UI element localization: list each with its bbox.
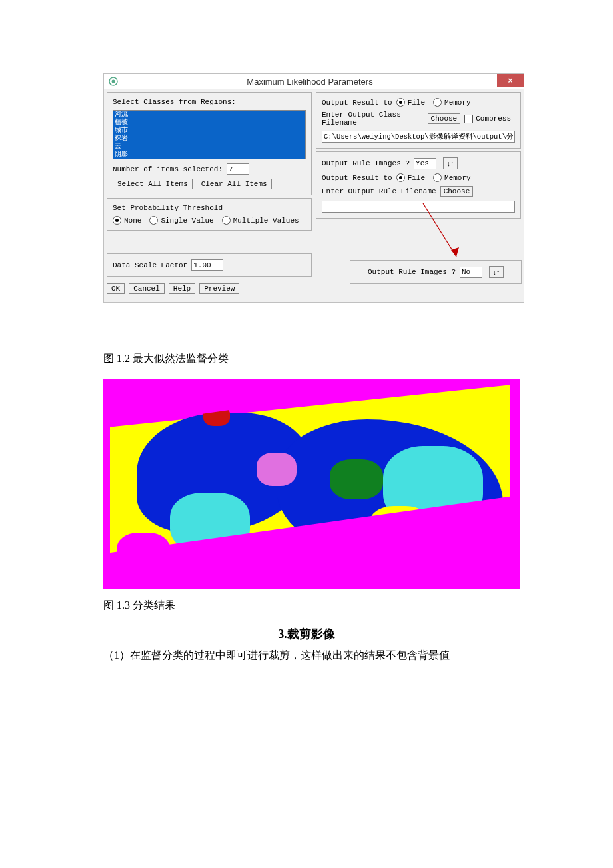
radio-label: File <box>408 174 425 182</box>
app-icon <box>108 76 119 87</box>
svg-point-1 <box>112 80 115 83</box>
radio-label: Memory <box>444 99 471 107</box>
output-rule-panel: Output Rule Images ? ↓↑ Output Result to… <box>316 151 521 219</box>
enter-class-filename-label: Enter Output Class Filename <box>322 111 424 127</box>
output-rule-result-to-label: Output Result to <box>322 174 392 182</box>
output-class-panel: Output Result to File Memory Enter <box>316 92 521 149</box>
list-item[interactable]: 河流 <box>113 111 305 119</box>
output-file-radio[interactable]: File <box>396 98 425 107</box>
choose-rule-file-button[interactable]: Choose <box>440 186 474 197</box>
list-item[interactable]: 阴影 <box>113 151 305 159</box>
num-selected-label: Number of items selected: <box>113 165 223 173</box>
radio-icon <box>113 216 121 225</box>
radio-label: File <box>408 99 425 107</box>
figure-1-2-caption: 图 1.2 最大似然法监督分类 <box>103 352 510 366</box>
cancel-button[interactable]: Cancel <box>129 283 165 294</box>
rule-images-toggle-value-no[interactable] <box>460 267 482 278</box>
radio-icon <box>149 216 158 225</box>
close-button[interactable]: × <box>497 74 524 87</box>
select-classes-label: Select Classes from Regions: <box>113 98 306 106</box>
radio-icon <box>396 98 405 107</box>
classification-result-image <box>103 379 520 589</box>
output-rule-images-label: Output Rule Images ? <box>322 159 410 167</box>
threshold-label: Set Probability Threshold <box>113 204 306 212</box>
radio-icon <box>396 173 405 182</box>
select-all-button[interactable]: Select All Items <box>113 179 193 189</box>
radio-label: Multiple Values <box>233 217 299 225</box>
list-item[interactable]: 裸岩 <box>113 135 305 143</box>
scale-panel: Data Scale Factor <box>107 253 312 277</box>
dialog-title: Maximum Likelihood Parameters <box>123 77 497 87</box>
rule-images-toggle-value[interactable] <box>414 158 436 169</box>
radio-label: Memory <box>444 174 471 182</box>
threshold-single-radio[interactable]: Single Value <box>149 216 213 225</box>
checkbox-label: Compress <box>476 115 511 123</box>
classes-panel: Select Classes from Regions: 河流 植被 城市 裸岩… <box>107 92 312 195</box>
list-item[interactable]: 云 <box>113 143 305 151</box>
output-memory-radio[interactable]: Memory <box>433 98 471 107</box>
class-filename-input[interactable] <box>322 131 515 143</box>
list-item[interactable]: 植被 <box>113 119 305 127</box>
data-scale-label: Data Scale Factor <box>113 261 187 269</box>
enter-rule-filename-label: Enter Output Rule Filename <box>322 187 436 195</box>
output-rule-panel-no-variant: Output Rule Images ? ↓↑ <box>350 260 522 284</box>
list-item[interactable]: 城市 <box>113 127 305 135</box>
threshold-panel: Set Probability Threshold None Single Va… <box>107 198 312 231</box>
rule-images-toggle-button-variant[interactable]: ↓↑ <box>489 266 504 278</box>
threshold-multiple-radio[interactable]: Multiple Values <box>222 216 299 225</box>
radio-icon <box>433 173 442 182</box>
arrows-icon: ↓↑ <box>447 159 454 167</box>
output-result-to-label: Output Result to <box>322 99 392 107</box>
compress-checkbox[interactable]: Compress <box>464 115 511 123</box>
rule-images-toggle-button[interactable]: ↓↑ <box>443 157 458 169</box>
rule-output-memory-radio[interactable]: Memory <box>433 173 471 182</box>
data-scale-field[interactable] <box>191 259 223 271</box>
radio-label: Single Value <box>161 217 213 225</box>
classes-listbox[interactable]: 河流 植被 城市 裸岩 云 阴影 <box>113 110 306 159</box>
rule-output-file-radio[interactable]: File <box>396 173 425 182</box>
threshold-none-radio[interactable]: None <box>113 216 141 225</box>
figure-1-3-caption: 图 1.3 分类结果 <box>103 599 510 613</box>
radio-icon <box>222 216 231 225</box>
preview-button[interactable]: Preview <box>199 283 239 294</box>
dialog-figure: Maximum Likelihood Parameters × Select C… <box>103 73 510 343</box>
rule-filename-input[interactable] <box>322 201 515 213</box>
dialog-button-row: OK Cancel Help Preview <box>107 279 312 299</box>
ok-button[interactable]: OK <box>107 283 125 294</box>
help-button[interactable]: Help <box>169 283 195 294</box>
paragraph-1: （1）在监督分类的过程中即可进行裁剪，这样做出来的结果不包含背景值 <box>103 649 510 663</box>
num-selected-field[interactable] <box>227 163 249 175</box>
section-3-heading: 3.裁剪影像 <box>103 626 510 642</box>
clear-all-button[interactable]: Clear All Items <box>197 179 272 189</box>
radio-icon <box>433 98 442 107</box>
arrows-icon: ↓↑ <box>493 268 500 276</box>
choose-class-file-button[interactable]: Choose <box>428 113 461 124</box>
radio-label: None <box>124 217 141 225</box>
titlebar: Maximum Likelihood Parameters × <box>104 74 524 89</box>
output-rule-images-label-variant: Output Rule Images ? <box>368 268 456 276</box>
close-icon: × <box>508 76 512 85</box>
checkbox-icon <box>464 115 473 123</box>
